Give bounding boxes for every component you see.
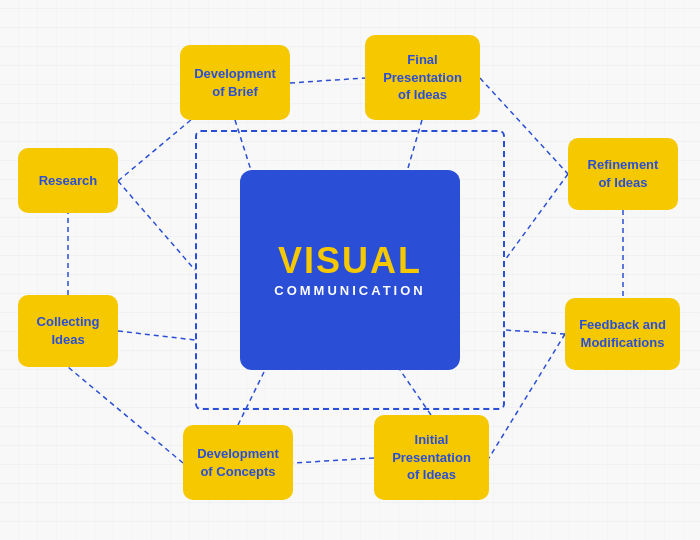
- svg-line-14: [68, 367, 183, 463]
- node-dev-concepts: Developmentof Concepts: [183, 425, 293, 500]
- node-final-pres: FinalPresentationof Ideas: [365, 35, 480, 120]
- node-refinement-label: Refinementof Ideas: [588, 156, 659, 191]
- node-collecting-label: CollectingIdeas: [37, 313, 100, 348]
- svg-line-4: [505, 330, 565, 334]
- node-refinement: Refinementof Ideas: [568, 138, 678, 210]
- svg-line-0: [118, 181, 195, 270]
- node-feedback: Feedback andModifications: [565, 298, 680, 370]
- svg-line-13: [293, 458, 374, 463]
- visual-subtitle: COMMUNICATION: [274, 283, 425, 298]
- svg-line-7: [118, 331, 195, 340]
- node-dev-brief-label: Developmentof Brief: [194, 65, 276, 100]
- node-research: Research: [18, 148, 118, 213]
- node-dev-concepts-label: Developmentof Concepts: [197, 445, 279, 480]
- node-collecting: CollectingIdeas: [18, 295, 118, 367]
- visual-title: VISUAL: [278, 243, 422, 279]
- node-final-pres-label: FinalPresentationof Ideas: [383, 51, 462, 104]
- svg-line-3: [505, 174, 568, 260]
- node-dev-brief: Developmentof Brief: [180, 45, 290, 120]
- node-initial-pres-label: InitialPresentationof Ideas: [392, 431, 471, 484]
- diagram-container: VISUAL COMMUNICATION Research Developmen…: [0, 0, 700, 540]
- svg-line-9: [290, 78, 365, 83]
- node-feedback-label: Feedback andModifications: [579, 316, 666, 351]
- center-box: VISUAL COMMUNICATION: [240, 170, 460, 370]
- node-research-label: Research: [39, 172, 98, 190]
- node-initial-pres: InitialPresentationof Ideas: [374, 415, 489, 500]
